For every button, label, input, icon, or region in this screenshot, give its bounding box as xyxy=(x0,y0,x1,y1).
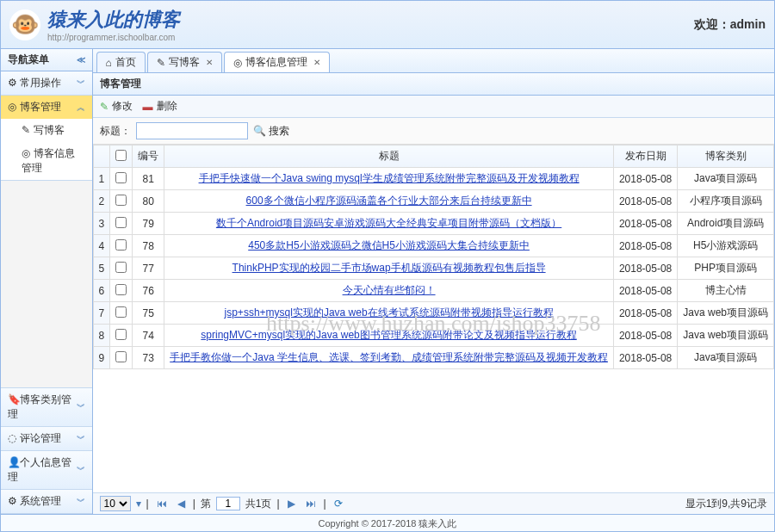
cell-title: ThinkPHP实现的校园二手市场wap手机版源码有视频教程包售后指导 xyxy=(164,257,614,280)
col-date[interactable]: 发布日期 xyxy=(613,145,677,168)
col-id[interactable]: 编号 xyxy=(133,145,164,168)
close-icon[interactable]: ✕ xyxy=(313,58,320,67)
cell-title: 手把手教你做一个Java 学生信息、选课、签到考勤、成绩管理系统附带完整源码及视… xyxy=(164,347,614,369)
sidebar: 导航菜单 ≪ ⚙常用操作 ︾ ◎博客管理 ︽ ✎写博客◎博客信息管理 🔖博客类别… xyxy=(1,49,93,514)
chevron-icon: ︾ xyxy=(77,401,85,413)
title-link[interactable]: 450多款H5小游戏源码之微信H5小游戏源码大集合持续更新中 xyxy=(248,239,530,251)
row-checkbox[interactable] xyxy=(115,351,127,362)
table-row[interactable]: 1 81 手把手快速做一个Java swing mysql学生成绩管理系统附带完… xyxy=(93,168,773,190)
toolbar: ✎ 修改 ▬ 删除 xyxy=(93,96,774,118)
sidebar-group[interactable]: ◎博客管理 ︽ xyxy=(1,96,92,119)
cell-date: 2018-05-08 xyxy=(613,302,677,325)
tabs-bar: ⌂ 首页 ✎ 写博客 ✕ ◎ 博客信息管理 ✕ xyxy=(93,49,774,73)
cell-id: 76 xyxy=(133,280,164,302)
row-number: 3 xyxy=(93,213,110,235)
sidebar-group-icon: ⚙ xyxy=(8,77,20,89)
row-number: 2 xyxy=(93,190,110,213)
page-footer: Copyright © 2017-2018 猿来入此 xyxy=(1,514,774,532)
cell-title: springMVC+mysql实现的Java web图书管理系统源码附带论文及视… xyxy=(164,325,614,347)
title-link[interactable]: 手把手快速做一个Java swing mysql学生成绩管理系统附带完整源码及开… xyxy=(199,172,580,184)
cell-category: PHP项目源码 xyxy=(678,257,774,280)
sidebar-item[interactable]: ✎写博客 xyxy=(1,119,92,142)
table-row[interactable]: 7 75 jsp+ssh+mysql实现的Java web在线考试系统源码附带视… xyxy=(93,302,773,325)
title-link[interactable]: springMVC+mysql实现的Java web图书管理系统源码附带论文及视… xyxy=(201,329,576,341)
delete-icon: ▬ xyxy=(143,101,153,113)
page-size-select[interactable]: 10 xyxy=(100,496,131,511)
close-icon[interactable]: ✕ xyxy=(206,58,213,67)
first-page-button[interactable]: ⏮ xyxy=(154,498,170,510)
sidebar-item[interactable]: ◎博客信息管理 xyxy=(1,142,92,180)
row-checkbox[interactable] xyxy=(115,195,127,206)
tab[interactable]: ⌂ 首页 xyxy=(96,52,146,72)
title-link[interactable]: 今天心情有些郁闷！ xyxy=(343,284,436,296)
cell-id: 75 xyxy=(133,302,164,325)
edit-button[interactable]: ✎ 修改 xyxy=(100,99,133,114)
chevron-icon: ︾ xyxy=(77,433,85,445)
refresh-button[interactable]: ⟳ xyxy=(332,498,345,510)
cell-id: 78 xyxy=(133,235,164,257)
next-page-button[interactable]: ▶ xyxy=(285,498,298,510)
table-row[interactable]: 6 76 今天心情有些郁闷！ 2018-05-08 博主心情 xyxy=(93,280,773,302)
sidebar-group[interactable]: 👤个人信息管理 ︾ xyxy=(1,451,92,489)
tab-label: 博客信息管理 xyxy=(245,55,307,70)
search-icon: 🔍 xyxy=(253,125,266,137)
title-link[interactable]: 手把手教你做一个Java 学生信息、选课、签到考勤、成绩管理系统附带完整源码及视… xyxy=(170,351,608,363)
table-row[interactable]: 5 77 ThinkPHP实现的校园二手市场wap手机版源码有视频教程包售后指导… xyxy=(93,257,773,280)
sidebar-group[interactable]: ⚙常用操作 ︾ xyxy=(1,71,92,95)
title-link[interactable]: 600多个微信小程序源码涵盖各个行业大部分来后台持续更新中 xyxy=(246,195,532,207)
cell-id: 81 xyxy=(133,168,164,190)
tab[interactable]: ✎ 写博客 ✕ xyxy=(147,52,222,72)
row-checkbox[interactable] xyxy=(115,329,127,340)
row-number: 8 xyxy=(93,325,110,347)
sidebar-item-icon: ◎ xyxy=(22,147,34,159)
row-checkbox[interactable] xyxy=(115,284,127,295)
row-number: 4 xyxy=(93,235,110,257)
sidebar-group[interactable]: 🔖博客类别管理 ︾ xyxy=(1,388,92,426)
cell-id: 77 xyxy=(133,257,164,280)
row-checkbox[interactable] xyxy=(115,217,127,228)
table-row[interactable]: 9 73 手把手教你做一个Java 学生信息、选课、签到考勤、成绩管理系统附带完… xyxy=(93,347,773,369)
delete-button[interactable]: ▬ 删除 xyxy=(143,99,177,114)
table-row[interactable]: 2 80 600多个微信小程序源码涵盖各个行业大部分来后台持续更新中 2018-… xyxy=(93,190,773,213)
table-row[interactable]: 4 78 450多款H5小游戏源码之微信H5小游戏源码大集合持续更新中 2018… xyxy=(93,235,773,257)
chevron-down-icon: ▾ xyxy=(136,498,141,510)
sidebar-group-icon: ⚙ xyxy=(8,495,20,507)
cell-title: jsp+ssh+mysql实现的Java web在线考试系统源码附带视频指导运行… xyxy=(164,302,614,325)
table-row[interactable]: 8 74 springMVC+mysql实现的Java web图书管理系统源码附… xyxy=(93,325,773,347)
title-link[interactable]: 数千个Android项目源码安卓游戏源码大全经典安卓项目附带源码（文档版） xyxy=(216,217,561,229)
col-title[interactable]: 标题 xyxy=(164,145,614,168)
title-link[interactable]: jsp+ssh+mysql实现的Java web在线考试系统源码附带视频指导运行… xyxy=(225,306,554,319)
title-link[interactable]: ThinkPHP实现的校园二手市场wap手机版源码有视频教程包售后指导 xyxy=(232,262,546,274)
page-number-input[interactable] xyxy=(216,497,240,510)
sidebar-group-icon: ◌ xyxy=(8,432,20,444)
row-checkbox[interactable] xyxy=(115,262,127,273)
sidebar-group-icon: 👤 xyxy=(8,456,20,468)
cell-id: 79 xyxy=(133,213,164,235)
tab-label: 写博客 xyxy=(169,55,200,70)
row-number: 5 xyxy=(93,257,110,280)
sidebar-group[interactable]: ◌评论管理 ︾ xyxy=(1,427,92,450)
prev-page-button[interactable]: ◀ xyxy=(175,498,188,510)
row-number: 7 xyxy=(93,302,110,325)
cell-title: 今天心情有些郁闷！ xyxy=(164,280,614,302)
data-table: 编号 标题 发布日期 博客类别 1 81 手把手快速做一个Java swing … xyxy=(93,145,774,369)
last-page-button[interactable]: ⏭ xyxy=(303,498,319,510)
cell-category: 博主心情 xyxy=(678,280,774,302)
monkey-logo-icon: 🐵 xyxy=(9,9,40,40)
col-category[interactable]: 博客类别 xyxy=(678,145,774,168)
row-checkbox[interactable] xyxy=(115,239,127,251)
tab[interactable]: ◎ 博客信息管理 ✕ xyxy=(224,52,330,72)
search-input[interactable] xyxy=(136,122,248,139)
panel-title: 博客管理 xyxy=(93,73,774,96)
col-rownum xyxy=(93,145,110,168)
sidebar-group-icon: ◎ xyxy=(8,101,20,113)
collapse-left-icon[interactable]: ≪ xyxy=(77,55,85,65)
row-checkbox[interactable] xyxy=(115,306,127,318)
search-bar: 标题： 🔍 搜索 xyxy=(93,118,774,145)
table-container: 编号 标题 发布日期 博客类别 1 81 手把手快速做一个Java swing … xyxy=(93,145,774,492)
select-all-checkbox[interactable] xyxy=(115,150,127,161)
sidebar-group[interactable]: ⚙系统管理 ︾ xyxy=(1,490,92,513)
search-button[interactable]: 🔍 搜索 xyxy=(253,124,289,139)
table-row[interactable]: 3 79 数千个Android项目源码安卓游戏源码大全经典安卓项目附带源码（文档… xyxy=(93,213,773,235)
row-checkbox[interactable] xyxy=(115,172,127,183)
